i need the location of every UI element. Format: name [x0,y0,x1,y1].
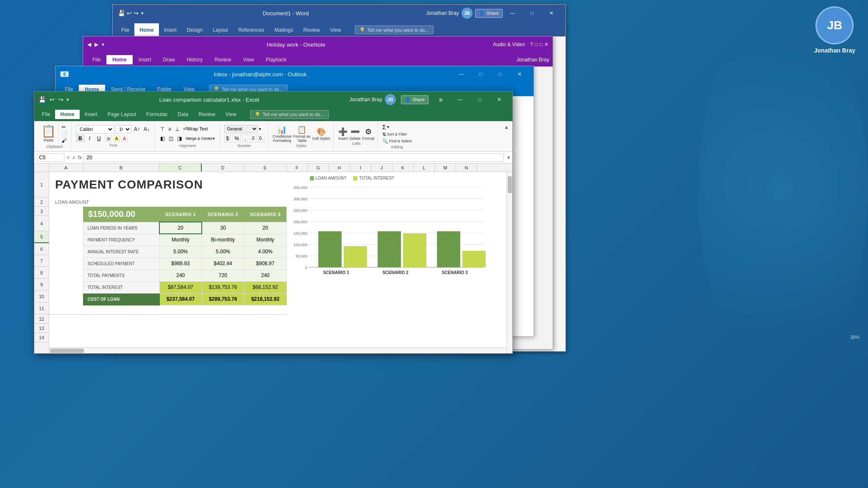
col-header-j[interactable]: J [371,164,392,172]
row-header-12[interactable]: 12 [34,314,49,324]
row-header-11[interactable]: 11 [34,302,49,314]
cell-annual-rate-s2[interactable]: 5.00% [202,246,244,258]
cell-scenario1-header[interactable]: SCENARIO 1 [159,207,202,222]
find-select-button[interactable]: 🔍 Find & Select [382,139,412,144]
border-button[interactable]: ⊞ [105,136,112,142]
row-header-4[interactable]: 4 [34,216,49,231]
excel-tab-home[interactable]: Home [55,110,79,119]
cell-cost-of-loan-s2[interactable]: $289,753.76 [202,293,244,305]
word-share-button[interactable]: 👤 Share [475,9,503,18]
col-header-i[interactable]: I [350,164,371,172]
word-tab-layout[interactable]: Layout [208,23,233,36]
font-color-button[interactable]: A [121,136,128,142]
col-header-f[interactable]: F [287,164,308,172]
cell-cost-of-loan-s1[interactable]: $237,584.07 [159,293,202,305]
align-left-button[interactable]: ◧ [159,134,166,143]
col-header-b[interactable]: B [83,164,159,172]
cell-empty-corner[interactable] [49,207,83,222]
cell-r8-a[interactable] [49,269,83,281]
excel-tab-insert[interactable]: Insert [80,110,103,119]
onenote-back-icon[interactable]: ◀ [87,42,91,47]
cell-loan-period-s1[interactable]: 20 [159,222,202,234]
excel-tell-me-box[interactable]: 💡 Tell me what you want to do... [250,110,329,119]
cell-r4-a[interactable] [49,222,83,234]
cell-r6-a[interactable] [49,246,83,258]
excel-tab-review[interactable]: Review [193,110,220,119]
cell-loan-period-label[interactable]: LOAN PERIOD IN YEARS [83,222,159,234]
onenote-close-icon[interactable]: ✕ [544,42,548,47]
decrease-font-button[interactable]: A↓ [142,126,151,133]
align-right-button[interactable]: ◨ [176,134,183,143]
cell-payment-freq-s2[interactable]: Bi-monthly [202,234,244,246]
word-minimize-button[interactable]: — [503,5,522,22]
decrease-decimal-button[interactable]: 0. [258,134,264,143]
excel-tab-file[interactable]: File [37,110,55,119]
col-header-m[interactable]: M [435,164,456,172]
cell-payment-freq-label[interactable]: PAYMENT FREQUENCY [83,234,159,246]
cell-loan-period-s2[interactable]: 30 [202,222,244,234]
row-header-2[interactable]: 2 [34,197,49,207]
onenote-restore-icon[interactable]: □ [535,42,538,47]
cell-r5-a[interactable] [49,234,83,246]
cell-total-payments-label[interactable]: TOTAL PAYMENTS [83,269,159,281]
paste-button[interactable]: 📋 Paste [41,124,59,143]
row-header-8[interactable]: 8 [34,267,49,279]
format-cells-button[interactable]: ⚙ Format [362,127,375,141]
fill-color-button[interactable]: A [114,136,120,142]
font-family-selector[interactable]: Calibri [76,125,114,133]
currency-button[interactable]: $ [224,134,231,143]
outlook-maximize-button[interactable]: □ [490,66,510,83]
formula-expand-icon[interactable]: ▾ [507,155,510,161]
cell-loan-period-s3[interactable]: 20 [244,222,287,234]
word-redo-icon[interactable]: ↪ [133,9,139,17]
excel-tab-data[interactable]: Data [172,110,193,119]
col-header-c[interactable]: C [159,164,202,172]
cell-loan-amount-label[interactable]: LOAN AMOUNT [49,197,287,207]
cell-scheduled-payment-s3[interactable]: $908.97 [244,258,287,269]
cell-total-interest-s1[interactable]: $87,584.07 [159,281,202,293]
word-tab-insert[interactable]: Insert [159,23,182,36]
onenote-tab-playback[interactable]: Playback [260,55,292,64]
outlook-minimize-button[interactable]: — [451,66,471,83]
onenote-tab-history[interactable]: History [181,55,209,64]
word-undo-icon[interactable]: ↩ [126,9,133,17]
cell-scheduled-payment-s2[interactable]: $402.44 [202,258,244,269]
onenote-forward-icon[interactable]: ▶ [95,42,98,47]
cell-scenario2-header[interactable]: SCENARIO 2 [202,207,244,222]
word-tab-design[interactable]: Design [182,23,208,36]
cell-scenario3-header[interactable]: SCENARIO 3 [244,207,287,222]
onenote-tab-view[interactable]: View [237,55,260,64]
col-header-g[interactable]: G [308,164,329,172]
cell-r9-a[interactable] [49,281,83,293]
scrollbar-thumb[interactable] [508,176,512,193]
row-header-13[interactable]: 13 [34,324,49,333]
cell-cost-of-loan-s3[interactable]: $218,152.92 [244,293,287,305]
word-tab-review[interactable]: Review [298,23,325,36]
align-top-button[interactable]: ⊤ [159,125,166,133]
ribbon-expand-button[interactable]: ▲ [504,123,509,130]
cell-total-interest-label[interactable]: TOTAL INTEREST [83,281,159,293]
cell-total-interest-s2[interactable]: $139,753.76 [202,281,244,293]
increase-decimal-button[interactable]: .0 [249,134,256,143]
word-tab-mailings[interactable]: Mailings [269,23,298,36]
onenote-tab-home[interactable]: Home [106,55,132,64]
formula-input[interactable] [83,153,504,162]
word-close-button[interactable]: ✕ [542,5,561,22]
excel-ribbon-toggle[interactable]: ⊞ [431,91,451,108]
horizontal-scrollbar[interactable] [49,347,506,353]
excel-save-icon[interactable]: 💾 [38,95,47,104]
excel-redo-icon[interactable]: ↪ [58,95,64,104]
cell-payment-freq-s3[interactable]: Monthly [244,234,287,246]
sort-filter-button[interactable]: ⇅ Sort & Filter [382,132,412,137]
word-tab-view[interactable]: View [325,23,346,36]
onenote-tab-review[interactable]: Review [209,55,237,64]
format-painter-button[interactable]: 🖌 [61,138,68,144]
number-format-selector[interactable]: General [224,125,258,133]
word-tell-me-box[interactable]: 💡 Tell me what you want to do... [355,25,434,34]
col-header-a[interactable]: A [49,164,83,172]
cell-total-payments-s1[interactable]: 240 [159,269,202,281]
row-header-7[interactable]: 7 [34,255,49,267]
conditional-formatting-button[interactable]: 📊 ConditionalFormatting [273,125,292,143]
cell-total-payments-s3[interactable]: 240 [244,269,287,281]
cell-styles-button[interactable]: 🎨 Cell Styles [312,127,331,141]
